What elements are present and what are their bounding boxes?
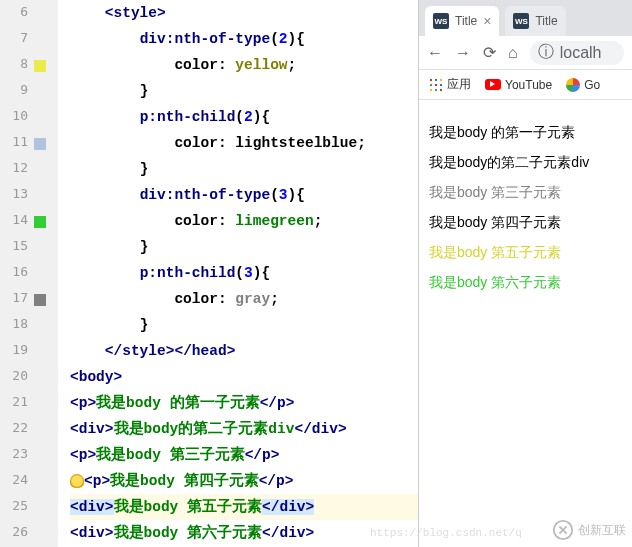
line-number: 9	[0, 82, 28, 97]
code-editor-pane: 67891011121314151617181920212223242526 <…	[0, 0, 418, 547]
gutter: 67891011121314151617181920212223242526	[0, 0, 58, 547]
google-icon	[566, 78, 580, 92]
rendered-line: 我是body 的第一子元素	[429, 124, 622, 142]
line-number: 8	[0, 56, 28, 71]
code-line[interactable]: div:nth-of-type(3){	[70, 182, 418, 208]
code-line[interactable]: color: gray;	[70, 286, 418, 312]
line-number: 24	[0, 472, 28, 487]
browser-tab[interactable]: WSTitle×	[425, 6, 499, 36]
code-line[interactable]: }	[70, 234, 418, 260]
code-line[interactable]: p:nth-child(3){	[70, 260, 418, 286]
fold-indicator	[62, 0, 68, 547]
code-line[interactable]: <p>我是body 第四子元素</p>	[70, 468, 418, 494]
color-gutter-mark	[34, 60, 46, 72]
color-gutter-mark	[34, 138, 46, 150]
reload-icon[interactable]: ⟳	[483, 43, 496, 62]
line-number: 16	[0, 264, 28, 279]
code-line[interactable]: <p>我是body 的第一子元素</p>	[70, 390, 418, 416]
code-line[interactable]: p:nth-child(2){	[70, 104, 418, 130]
code-line[interactable]: <div>我是body 第六子元素</div>	[70, 520, 418, 546]
line-number: 25	[0, 498, 28, 513]
watermark-url: https://blog.csdn.net/q	[370, 527, 522, 539]
code-line[interactable]: <body>	[70, 364, 418, 390]
bookmarks-bar: 应用 YouTube Go	[419, 70, 632, 100]
line-number: 22	[0, 420, 28, 435]
rendered-line: 我是body 第三子元素	[429, 184, 622, 202]
line-number: 18	[0, 316, 28, 331]
browser-pane: WSTitle×WSTitle ← → ⟳ ⌂ ⓘ localh 应用 YouT…	[418, 0, 632, 547]
home-icon[interactable]: ⌂	[508, 44, 518, 62]
line-number: 15	[0, 238, 28, 253]
rendered-line: 我是body的第二子元素div	[429, 154, 622, 172]
forward-icon[interactable]: →	[455, 44, 471, 62]
url-text: localh	[560, 44, 602, 62]
info-icon: ⓘ	[538, 42, 554, 63]
rendered-line: 我是body 第五子元素	[429, 244, 622, 262]
code-line[interactable]: </style></head>	[70, 338, 418, 364]
code-line[interactable]: }	[70, 312, 418, 338]
watermark-logo: 创新互联	[552, 519, 626, 541]
close-icon[interactable]: ×	[483, 13, 491, 29]
code-line[interactable]: color: lightsteelblue;	[70, 130, 418, 156]
line-number: 11	[0, 134, 28, 149]
line-number: 12	[0, 160, 28, 175]
code-line[interactable]: color: yellow;	[70, 52, 418, 78]
line-number: 21	[0, 394, 28, 409]
rendered-line: 我是body 第四子元素	[429, 214, 622, 232]
line-number: 20	[0, 368, 28, 383]
code-line[interactable]: <div>我是body 第五子元素</div>	[70, 494, 418, 520]
intention-bulb-icon[interactable]	[70, 474, 84, 488]
color-gutter-mark	[34, 216, 46, 228]
code-line[interactable]: <p>我是body 第三子元素</p>	[70, 442, 418, 468]
url-field[interactable]: ⓘ localh	[530, 41, 624, 65]
line-number: 26	[0, 524, 28, 539]
browser-tab[interactable]: WSTitle	[505, 6, 565, 36]
webstorm-icon: WS	[433, 13, 449, 29]
google-bookmark[interactable]: Go	[566, 78, 600, 92]
line-number: 10	[0, 108, 28, 123]
code-line[interactable]: div:nth-of-type(2){	[70, 26, 418, 52]
rendered-line: 我是body 第六子元素	[429, 274, 622, 292]
line-number: 17	[0, 290, 28, 305]
tab-title: Title	[535, 14, 557, 28]
webstorm-icon: WS	[513, 13, 529, 29]
code-line[interactable]: color: limegreen;	[70, 208, 418, 234]
line-number: 14	[0, 212, 28, 227]
line-number: 6	[0, 4, 28, 19]
line-number: 23	[0, 446, 28, 461]
back-icon[interactable]: ←	[427, 44, 443, 62]
apps-icon	[429, 78, 443, 92]
youtube-bookmark[interactable]: YouTube	[485, 78, 552, 92]
address-bar: ← → ⟳ ⌂ ⓘ localh	[419, 36, 632, 70]
line-number: 7	[0, 30, 28, 45]
line-number: 13	[0, 186, 28, 201]
color-gutter-mark	[34, 294, 46, 306]
code-line[interactable]: <div>我是body的第二子元素div</div>	[70, 416, 418, 442]
line-number: 19	[0, 342, 28, 357]
apps-bookmark[interactable]: 应用	[429, 76, 471, 93]
code-line[interactable]: }	[70, 156, 418, 182]
tab-title: Title	[455, 14, 477, 28]
code-line[interactable]: <style>	[70, 0, 418, 26]
tab-strip: WSTitle×WSTitle	[419, 0, 632, 36]
code-area[interactable]: <style> div:nth-of-type(2){ color: yello…	[70, 0, 418, 547]
page-content: 我是body 的第一子元素我是body的第二子元素div我是body 第三子元素…	[419, 100, 632, 316]
youtube-icon	[485, 79, 501, 90]
code-line[interactable]: }	[70, 78, 418, 104]
